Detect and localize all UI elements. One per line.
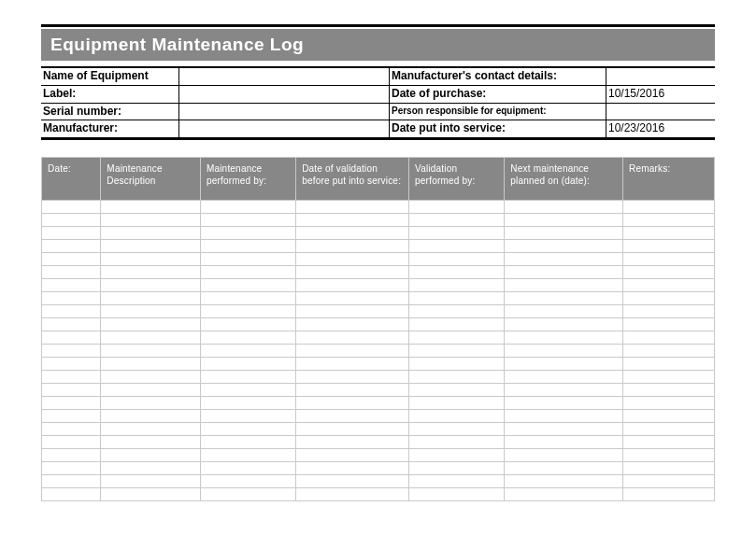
table-row (42, 305, 715, 318)
table-cell (505, 240, 623, 253)
table-cell (505, 410, 623, 423)
table-cell (42, 253, 101, 266)
table-cell (409, 331, 505, 345)
table-cell (42, 214, 101, 227)
table-cell (200, 488, 295, 501)
table-cell (623, 253, 715, 266)
table-cell (296, 436, 409, 449)
table-cell (200, 410, 295, 423)
top-rule (41, 24, 715, 27)
table-cell (623, 345, 715, 358)
table-cell (200, 423, 295, 436)
table-cell (296, 423, 409, 436)
table-cell (42, 384, 101, 397)
table-cell (101, 201, 201, 214)
table-row (42, 423, 715, 436)
table-cell (101, 475, 201, 488)
table-cell (200, 397, 295, 410)
manufacturer-contact-label: Manufacturer's contact details: (390, 68, 606, 86)
table-cell (505, 292, 623, 305)
table-row (42, 227, 715, 240)
table-cell (200, 227, 295, 240)
table-cell (101, 331, 201, 345)
table-cell (623, 423, 715, 436)
table-cell (42, 462, 101, 475)
table-cell (101, 462, 201, 475)
manufacturer-label: Manufacturer: (41, 120, 179, 138)
table-cell (42, 449, 101, 462)
table-row (42, 488, 715, 501)
table-cell (505, 318, 623, 331)
table-cell (505, 397, 623, 410)
label-value (179, 86, 390, 104)
table-cell (296, 449, 409, 462)
table-cell (296, 371, 409, 384)
table-cell (505, 436, 623, 449)
table-cell (296, 462, 409, 475)
table-cell (101, 253, 201, 266)
table-row (42, 331, 715, 345)
table-row (42, 345, 715, 358)
table-cell (409, 436, 505, 449)
name-of-equipment-label: Name of Equipment (41, 68, 179, 86)
table-cell (200, 240, 295, 253)
maintenance-log-table: Date: Maintenance Description Maintenanc… (41, 157, 715, 501)
table-cell (505, 488, 623, 501)
table-cell (200, 384, 295, 397)
table-cell (409, 214, 505, 227)
table-row (42, 266, 715, 279)
serial-number-label: Serial number: (41, 104, 179, 121)
table-row (42, 358, 715, 371)
table-cell (101, 279, 201, 292)
table-cell (200, 318, 295, 331)
manufacturer-contact-value (606, 68, 715, 86)
table-cell (101, 449, 201, 462)
table-cell (505, 227, 623, 240)
table-cell (409, 423, 505, 436)
table-cell (505, 384, 623, 397)
table-cell (42, 240, 101, 253)
table-cell (200, 305, 295, 318)
table-cell (623, 488, 715, 501)
table-row (42, 201, 715, 214)
table-cell (42, 227, 101, 240)
table-cell (101, 358, 201, 371)
table-cell (42, 436, 101, 449)
table-cell (409, 488, 505, 501)
table-cell (296, 305, 409, 318)
table-cell (409, 305, 505, 318)
table-cell (623, 318, 715, 331)
table-cell (409, 397, 505, 410)
table-cell (505, 253, 623, 266)
table-cell (409, 266, 505, 279)
date-of-purchase-value: 10/15/2016 (606, 86, 715, 104)
table-cell (200, 266, 295, 279)
table-cell (42, 358, 101, 371)
table-cell (409, 371, 505, 384)
table-cell (409, 410, 505, 423)
table-header-row: Date: Maintenance Description Maintenanc… (42, 158, 715, 201)
label-label: Label: (41, 86, 179, 104)
table-cell (296, 397, 409, 410)
table-cell (42, 475, 101, 488)
table-cell (505, 345, 623, 358)
table-cell (296, 475, 409, 488)
table-row (42, 318, 715, 331)
table-cell (200, 345, 295, 358)
table-cell (101, 423, 201, 436)
table-row (42, 436, 715, 449)
table-row (42, 214, 715, 227)
table-cell (42, 292, 101, 305)
table-cell (42, 410, 101, 423)
table-cell (623, 371, 715, 384)
table-cell (505, 214, 623, 227)
table-cell (623, 331, 715, 345)
table-cell (200, 214, 295, 227)
table-cell (409, 279, 505, 292)
name-of-equipment-value (179, 68, 390, 86)
table-cell (101, 214, 201, 227)
table-cell (409, 201, 505, 214)
table-cell (409, 318, 505, 331)
table-cell (296, 331, 409, 345)
table-row (42, 449, 715, 462)
